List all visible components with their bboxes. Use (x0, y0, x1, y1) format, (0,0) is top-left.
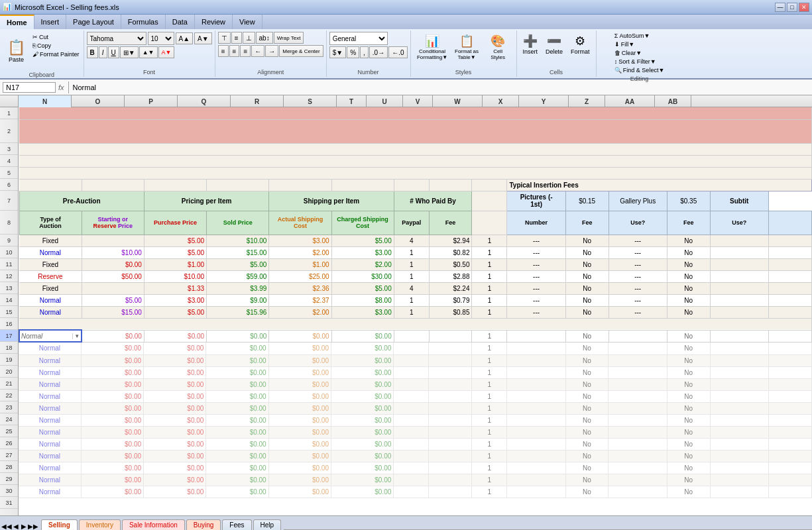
cell-aa-faded[interactable] (710, 402, 768, 414)
cell-x10[interactable]: No (565, 246, 609, 258)
cell-p-faded[interactable]: $0.00 (144, 343, 206, 354)
tab-sale-information[interactable]: Sale Information (122, 519, 185, 530)
cell-y9[interactable]: --- (609, 235, 667, 246)
row-num-2[interactable]: 2 (0, 119, 18, 143)
increase-font-btn[interactable]: A▲ (176, 32, 194, 44)
cell-s8[interactable]: Charged ShippingCost (331, 211, 394, 235)
maximize-btn[interactable]: □ (787, 3, 797, 12)
cell-aa-faded[interactable] (710, 378, 768, 390)
row-num-17[interactable]: 17 (0, 330, 18, 342)
cell-x-faded[interactable]: No (565, 474, 609, 486)
row-num-29[interactable]: 29 (0, 473, 18, 485)
format-cells-btn[interactable]: ⚙ Format (567, 32, 593, 57)
cell-u-faded[interactable] (429, 486, 472, 498)
cell-t7[interactable]: # Who Paid By (394, 191, 472, 211)
cell-n2[interactable] (19, 119, 812, 143)
cell-n14[interactable]: Normal (19, 294, 82, 306)
cell-w-faded[interactable] (507, 414, 565, 426)
delete-cells-btn[interactable]: ➖ Delete (542, 32, 566, 57)
col-header-v[interactable]: V (403, 95, 433, 107)
dec-decrease-btn[interactable]: ←.0 (388, 46, 407, 58)
cell-n1[interactable] (19, 107, 812, 119)
cell-n5[interactable] (19, 167, 812, 179)
cell-o-faded[interactable]: $0.00 (81, 450, 143, 462)
col-header-t[interactable]: T (337, 95, 367, 107)
tab-home[interactable]: Home (0, 15, 34, 29)
align-center-btn[interactable]: ≡ (229, 45, 240, 57)
row-num-14[interactable]: 14 (0, 294, 18, 306)
cell-r-faded[interactable]: $0.00 (268, 402, 331, 414)
cell-aa-faded[interactable] (710, 354, 768, 366)
cell-n-faded[interactable]: Normal (19, 462, 81, 474)
cell-o13[interactable] (82, 282, 144, 294)
cell-v17[interactable]: 1 (472, 330, 507, 342)
row-num-5[interactable]: 5 (0, 167, 18, 179)
cell-x-faded[interactable]: No (565, 438, 609, 450)
cell-x13[interactable]: No (565, 282, 609, 294)
cell-t8[interactable]: Paypal (394, 211, 429, 235)
copy-button[interactable]: ⎘Copy (31, 42, 81, 50)
row-num-24[interactable]: 24 (0, 413, 18, 425)
cell-v-faded[interactable]: 1 (472, 474, 507, 486)
row-num-27[interactable]: 27 (0, 449, 18, 461)
cell-ab-faded[interactable] (769, 414, 812, 426)
cell-x14[interactable]: No (565, 294, 609, 306)
col-header-z[interactable]: Z (569, 95, 605, 107)
cell-n-faded[interactable]: Normal (19, 402, 81, 414)
cell-y13[interactable]: --- (609, 282, 667, 294)
row-num-23[interactable]: 23 (0, 401, 18, 413)
cell-u-faded[interactable] (429, 390, 472, 402)
cell-y-faded[interactable] (609, 462, 667, 474)
number-format-select[interactable]: General (329, 32, 388, 45)
font-name-select[interactable]: Tahoma (87, 32, 146, 45)
cell-s15[interactable]: $3.00 (331, 306, 394, 318)
cell-n9[interactable]: Fixed (19, 235, 82, 246)
col-header-q[interactable]: Q (178, 95, 231, 107)
cell-z13[interactable]: No (667, 282, 710, 294)
cell-z14[interactable]: No (667, 294, 710, 306)
cell-s6[interactable] (331, 179, 394, 191)
cell-n-faded[interactable]: Normal (19, 414, 81, 426)
cell-z7[interactable]: $0.35 (667, 191, 710, 211)
cell-o8[interactable]: Starting orReserve Price (82, 211, 144, 235)
cell-t-faded[interactable] (394, 414, 429, 426)
cell-x15[interactable]: No (565, 306, 609, 318)
cell-v-faded[interactable]: 1 (472, 438, 507, 450)
cell-r12[interactable]: $25.00 (269, 270, 331, 282)
cell-styles-btn[interactable]: 🎨 Cell Styles (485, 32, 511, 62)
cell-p-faded[interactable]: $0.00 (144, 462, 206, 474)
cell-x-faded[interactable]: No (565, 354, 609, 366)
dec-increase-btn[interactable]: .0→ (369, 46, 388, 58)
cell-w-faded[interactable] (507, 474, 565, 486)
format-as-table-btn[interactable]: 📋 Format as Table▼ (450, 32, 483, 62)
cell-w11[interactable]: --- (507, 258, 565, 270)
cell-q-faded[interactable]: $0.00 (206, 366, 268, 378)
cell-q8[interactable]: Sold Price (207, 211, 269, 235)
cell-n10[interactable]: Normal (19, 246, 82, 258)
comma-btn[interactable]: , (360, 46, 369, 58)
cell-v8[interactable] (472, 211, 507, 235)
cell-ab8[interactable] (768, 211, 811, 235)
cell-aa-faded[interactable] (710, 462, 768, 474)
cell-n-faded[interactable]: Normal (19, 390, 81, 402)
cell-s-faded[interactable]: $0.00 (331, 366, 393, 378)
cell-z-faded[interactable]: No (667, 450, 710, 462)
cell-o11[interactable]: $0.00 (82, 258, 144, 270)
cell-o-faded[interactable]: $0.00 (81, 354, 143, 366)
cell-p-faded[interactable]: $0.00 (144, 402, 206, 414)
increase-indent-btn[interactable]: → (265, 45, 278, 57)
row-num-30[interactable]: 30 (0, 485, 18, 497)
cell-t13[interactable]: 4 (394, 282, 429, 294)
cell-ab17[interactable] (768, 330, 811, 342)
cell-t10[interactable]: 1 (394, 246, 429, 258)
cell-p-faded[interactable]: $0.00 (144, 474, 206, 486)
cell-q15[interactable]: $15.96 (207, 306, 269, 318)
cell-s-faded[interactable]: $0.00 (331, 390, 393, 402)
wrap-text-btn[interactable]: Wrap Text (274, 32, 304, 44)
cell-ab-faded[interactable] (769, 402, 812, 414)
cell-o-faded[interactable]: $0.00 (81, 366, 143, 378)
format-painter-button[interactable]: 🖌Format Painter (31, 50, 81, 58)
cell-p13[interactable]: $1.33 (144, 282, 206, 294)
cell-ab-faded[interactable] (769, 390, 812, 402)
align-middle-btn[interactable]: ≡ (231, 32, 242, 44)
